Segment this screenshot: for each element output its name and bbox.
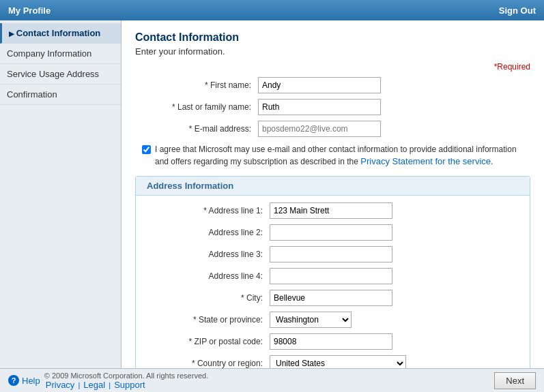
footer-links: Privacy | Legal | Support <box>44 380 208 390</box>
main-container: Contact Information Company Information … <box>0 20 544 368</box>
help-icon: ? <box>8 375 19 386</box>
consent-checkbox[interactable] <box>142 145 151 154</box>
state-row: * State or province: Washington Alabama … <box>147 312 519 328</box>
privacy-link[interactable]: Privacy Statement for the service <box>360 156 491 166</box>
zip-label: * ZIP or postal code: <box>147 337 270 346</box>
address-line2-row: Address line 2: <box>147 224 519 241</box>
address-line4-input[interactable] <box>270 268 392 284</box>
address-line3-input[interactable] <box>270 246 392 262</box>
last-name-row: * Last or family name: <box>135 99 530 115</box>
last-name-label: * Last or family name: <box>135 102 258 112</box>
address-line4-label: Address line 4: <box>147 271 270 281</box>
page-title: Contact Information <box>135 31 530 44</box>
address-line1-row: * Address line 1: <box>147 202 519 219</box>
sidebar-item-label: Contact Information <box>16 28 101 38</box>
first-name-input[interactable] <box>258 77 381 93</box>
sidebar-item-service[interactable]: Service Usage Address <box>0 64 121 85</box>
address-line1-input[interactable] <box>270 202 392 219</box>
subtitle: Enter your information. <box>135 46 530 57</box>
help-label: Help <box>22 376 40 386</box>
country-label: * Country or region: <box>147 359 270 368</box>
privacy-footer-link[interactable]: Privacy <box>46 380 75 390</box>
email-input[interactable] <box>258 121 381 137</box>
city-label: * City: <box>147 293 270 303</box>
country-row: * Country or region: United States Canad… <box>147 355 519 368</box>
sidebar-item-label: Service Usage Address <box>7 69 99 79</box>
footer-info: © 2009 Microsoft Corporation. All rights… <box>44 372 208 390</box>
city-input[interactable] <box>270 290 392 306</box>
scrollable-content: Contact Information Enter your informati… <box>121 20 544 368</box>
first-name-label: * First name: <box>135 80 258 90</box>
zip-row: * ZIP or postal code: <box>147 333 519 350</box>
address-line2-input[interactable] <box>270 224 392 241</box>
sign-out-button[interactable]: Sign Out <box>499 5 536 16</box>
address-line2-label: Address line 2: <box>147 228 270 237</box>
city-row: * City: <box>147 290 519 306</box>
country-select[interactable]: United States Canada United Kingdom <box>270 355 406 368</box>
last-name-input[interactable] <box>258 99 381 115</box>
email-row: * E-mail address: <box>135 121 530 137</box>
sidebar-item-company[interactable]: Company Information <box>0 44 121 64</box>
legal-footer-link[interactable]: Legal <box>83 380 105 390</box>
address-section: Address Information * Address line 1: Ad… <box>135 176 530 368</box>
footer: ? Help © 2009 Microsoft Corporation. All… <box>0 368 544 392</box>
next-button[interactable]: Next <box>494 372 536 389</box>
first-name-row: * First name: <box>135 77 530 93</box>
sidebar-item-label: Company Information <box>7 48 91 59</box>
support-footer-link[interactable]: Support <box>114 380 145 390</box>
sidebar-item-contact[interactable]: Contact Information <box>0 23 121 44</box>
footer-left: ? Help © 2009 Microsoft Corporation. All… <box>8 372 208 390</box>
top-bar: My Profile Sign Out <box>0 0 544 20</box>
footer-copyright: © 2009 Microsoft Corporation. All rights… <box>44 372 208 380</box>
address-header: Address Information <box>136 177 530 196</box>
content-area: Contact Information Enter your informati… <box>121 20 544 368</box>
consent-row: I agree that Microsoft may use e-mail an… <box>135 144 530 168</box>
address-line3-label: Address line 3: <box>147 250 270 259</box>
help-link[interactable]: ? Help <box>8 375 40 386</box>
consent-text: I agree that Microsoft may use e-mail an… <box>155 144 530 168</box>
state-label: * State or province: <box>147 315 270 325</box>
sidebar-item-confirmation[interactable]: Confirmation <box>0 85 121 105</box>
address-line4-row: Address line 4: <box>147 268 519 284</box>
app-title: My Profile <box>8 5 51 16</box>
email-label: * E-mail address: <box>135 124 258 134</box>
sidebar-item-label: Confirmation <box>7 89 57 100</box>
zip-input[interactable] <box>270 333 392 350</box>
sidebar: Contact Information Company Information … <box>0 20 121 368</box>
required-note: *Required <box>135 62 530 72</box>
state-select[interactable]: Washington Alabama Alaska California Ore… <box>270 312 352 328</box>
address-line3-row: Address line 3: <box>147 246 519 262</box>
address-line1-label: * Address line 1: <box>147 206 270 215</box>
